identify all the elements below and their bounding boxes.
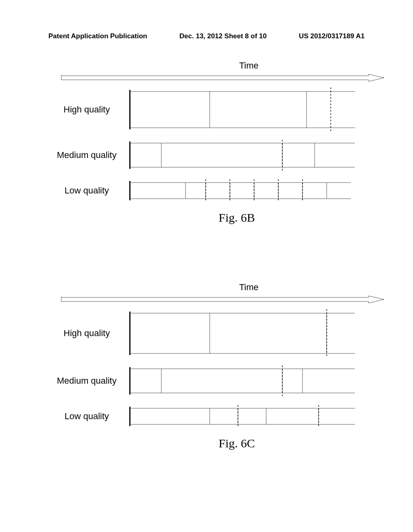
timeline <box>129 309 385 357</box>
header-center: Dec. 13, 2012 Sheet 8 of 10 <box>179 32 267 40</box>
row-label: Low quality <box>48 411 129 422</box>
header-right: US 2012/0317189 A1 <box>299 32 365 40</box>
caption-6c: Fig. 6C <box>89 436 385 450</box>
row-label: Medium quality <box>48 376 129 386</box>
timeline <box>129 139 385 171</box>
caption-6b: Fig. 6B <box>89 211 385 224</box>
row-label: Medium quality <box>48 150 129 160</box>
quality-row: Low quality <box>48 404 385 428</box>
rows-6c: High qualityMedium qualityLow quality <box>48 309 385 428</box>
page-header: Patent Application Publication Dec. 13, … <box>48 32 365 40</box>
quality-row: Low quality <box>48 179 385 203</box>
rows-6b: High qualityMedium qualityLow quality <box>48 87 385 203</box>
time-label-6b: Time <box>113 60 385 71</box>
figure-6b: Time High qualityMedium qualityLow quali… <box>48 60 385 224</box>
quality-row: Medium quality <box>48 139 385 171</box>
time-arrow-6b <box>60 74 385 81</box>
row-label: Low quality <box>48 185 129 196</box>
row-label: High quality <box>48 104 129 115</box>
quality-row: High quality <box>48 309 385 357</box>
quality-row: Medium quality <box>48 365 385 397</box>
time-label-6c: Time <box>113 282 385 293</box>
timeline <box>129 179 385 203</box>
row-label: High quality <box>48 328 129 339</box>
timeline <box>129 404 385 428</box>
timeline <box>129 365 385 397</box>
time-arrow-6c <box>60 296 385 303</box>
quality-row: High quality <box>48 87 385 132</box>
figure-6c: Time High qualityMedium qualityLow quali… <box>48 282 385 450</box>
header-left: Patent Application Publication <box>48 32 147 40</box>
timeline <box>129 87 385 132</box>
